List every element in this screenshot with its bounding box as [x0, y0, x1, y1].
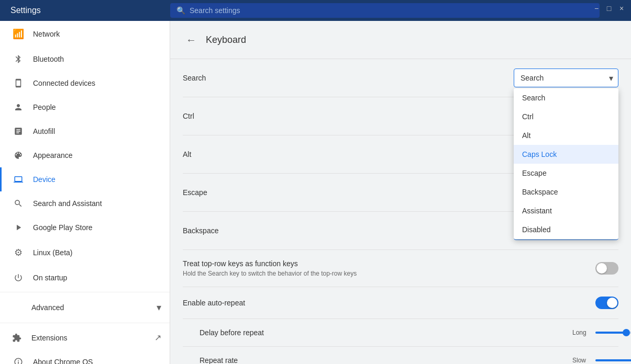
delay-slider-track	[595, 332, 631, 334]
sidebar-item-search-assistant[interactable]: Search and Assistant	[0, 191, 170, 215]
search-label: Search	[183, 74, 403, 82]
app-title: Settings	[0, 6, 170, 15]
repeat-rate-row: Repeat rate Slow Fast	[183, 347, 618, 364]
back-button[interactable]: ←	[183, 31, 200, 48]
external-link-icon: ↗	[154, 333, 161, 343]
chevron-down-icon: ▾	[157, 302, 161, 313]
sidebar-item-on-startup[interactable]: On startup	[0, 266, 170, 290]
about-icon	[12, 357, 25, 364]
repeat-slow-label: Slow	[572, 357, 589, 364]
auto-repeat-control	[595, 297, 618, 309]
repeat-rate-slider-wrapper: Slow Fast	[572, 357, 631, 364]
app-header: Settings 🔍 Search settings	[0, 0, 631, 21]
dropdown-option-alt[interactable]: Alt	[514, 126, 618, 145]
sidebar-item-extensions[interactable]: Extensions ↗	[0, 325, 170, 350]
top-row-keys-control	[595, 262, 618, 275]
wifi-icon: 📶	[12, 28, 25, 40]
minimize-button[interactable]: −	[591, 3, 602, 14]
delay-row: Delay before repeat Long Short	[183, 319, 618, 347]
sidebar-label-autofill: Autofill	[33, 127, 55, 135]
search-dropdown-menu: Search Ctrl Alt Caps Lock Escape Backspa…	[514, 88, 618, 239]
repeat-rate-label: Repeat rate	[183, 356, 403, 364]
search-dropdown-wrapper: Search ▾ Search Ctrl Alt Caps Lock Escap…	[514, 69, 618, 87]
auto-repeat-row: Enable auto-repeat	[183, 287, 618, 319]
sidebar-advanced[interactable]: Advanced ▾	[0, 294, 170, 321]
dropdown-option-escape[interactable]: Escape	[514, 164, 618, 183]
sidebar-label-search-assistant: Search and Assistant	[33, 199, 102, 208]
dropdown-option-caps-lock[interactable]: Caps Lock	[514, 145, 618, 164]
delay-control: Long Short	[572, 329, 618, 336]
top-row-keys-sublabel: Hold the Search key to switch the behavi…	[183, 270, 357, 277]
dropdown-option-assistant[interactable]: Assistant	[514, 201, 618, 220]
alt-label: Alt	[183, 150, 403, 158]
top-row-keys-toggle[interactable]	[595, 262, 618, 275]
top-row-keys-label: Treat top-row keys as function keys	[183, 259, 357, 268]
laptop-icon	[12, 175, 25, 184]
auto-repeat-toggle-knob	[607, 298, 617, 308]
sidebar-label-network: Network	[33, 30, 60, 38]
sidebar-label-device: Device	[33, 175, 56, 184]
sidebar-item-linux[interactable]: ⚙ Linux (Beta)	[0, 240, 170, 266]
sidebar-label-on-startup: On startup	[33, 274, 67, 282]
settings-rows: Search Search ▾ Search Ctrl Alt Caps Loc…	[170, 59, 631, 364]
sidebar-item-connected-devices[interactable]: Connected devices	[0, 71, 170, 95]
search-row: Search Search ▾ Search Ctrl Alt Caps Loc…	[183, 59, 618, 97]
search-dropdown[interactable]: Search	[514, 69, 618, 87]
backspace-label: Backspace	[183, 226, 403, 235]
ctrl-label: Ctrl	[183, 112, 403, 120]
search-bar[interactable]: 🔍 Search settings	[170, 3, 600, 18]
sidebar-item-about[interactable]: About Chrome OS	[0, 350, 170, 364]
repeat-rate-slider-track	[595, 359, 631, 361]
sidebar-item-network[interactable]: 📶 Network	[0, 21, 170, 47]
delay-slider-thumb[interactable]	[623, 329, 630, 336]
linux-icon: ⚙	[12, 247, 25, 258]
bluetooth-icon	[12, 54, 25, 64]
autofill-icon	[12, 127, 25, 136]
sidebar-item-device[interactable]: Device	[0, 167, 170, 191]
dropdown-option-search[interactable]: Search	[514, 88, 618, 107]
content-area: ← Keyboard Search Search ▾ Search	[170, 21, 631, 364]
dropdown-option-disabled[interactable]: Disabled	[514, 220, 618, 239]
content-header: ← Keyboard	[170, 21, 631, 59]
auto-repeat-toggle[interactable]	[595, 297, 618, 309]
repeat-rate-slider-fill	[595, 359, 631, 361]
main-layout: 📶 Network Bluetooth Connected devices Pe…	[0, 21, 631, 364]
delay-slider-wrapper: Long Short	[572, 329, 631, 336]
sidebar-item-google-play[interactable]: Google Play Store	[0, 215, 170, 240]
extensions-label: Extensions	[31, 334, 67, 342]
delay-label: Delay before repeat	[183, 328, 403, 337]
close-button[interactable]: ×	[616, 3, 627, 14]
play-icon	[12, 223, 25, 232]
sidebar-item-bluetooth[interactable]: Bluetooth	[0, 47, 170, 71]
sidebar-label-bluetooth: Bluetooth	[33, 55, 64, 63]
escape-label: Escape	[183, 188, 403, 197]
about-label: About Chrome OS	[33, 358, 93, 364]
smartphone-icon	[12, 78, 25, 88]
dropdown-option-backspace[interactable]: Backspace	[514, 183, 618, 201]
sidebar-item-people[interactable]: People	[0, 95, 170, 119]
search-control: Search ▾ Search Ctrl Alt Caps Lock Escap…	[514, 69, 618, 87]
search-placeholder: Search settings	[190, 6, 240, 15]
extensions-icon	[10, 333, 23, 343]
person-icon	[12, 103, 25, 112]
sidebar-item-autofill[interactable]: Autofill	[0, 119, 170, 143]
dropdown-option-ctrl[interactable]: Ctrl	[514, 107, 618, 126]
sidebar-divider-2	[0, 323, 170, 323]
toggle-knob	[596, 263, 607, 274]
maximize-button[interactable]: □	[604, 3, 614, 14]
sidebar-label-appearance: Appearance	[33, 151, 73, 160]
sidebar-divider-1	[0, 292, 170, 292]
window-controls: − □ ×	[587, 0, 631, 17]
sidebar-label-linux: Linux (Beta)	[33, 248, 72, 257]
delay-slider-fill	[595, 332, 626, 334]
auto-repeat-label: Enable auto-repeat	[183, 299, 403, 307]
top-row-keys-label-group: Treat top-row keys as function keys Hold…	[183, 259, 357, 277]
sidebar-label-google-play: Google Play Store	[33, 223, 93, 232]
sidebar-item-appearance[interactable]: Appearance	[0, 143, 170, 167]
search-icon: 🔍	[176, 6, 185, 15]
delay-long-label: Long	[572, 329, 589, 336]
top-row-keys-row: Treat top-row keys as function keys Hold…	[183, 250, 618, 287]
advanced-label: Advanced	[31, 303, 157, 312]
sidebar: 📶 Network Bluetooth Connected devices Pe…	[0, 21, 170, 364]
power-icon	[12, 273, 25, 282]
